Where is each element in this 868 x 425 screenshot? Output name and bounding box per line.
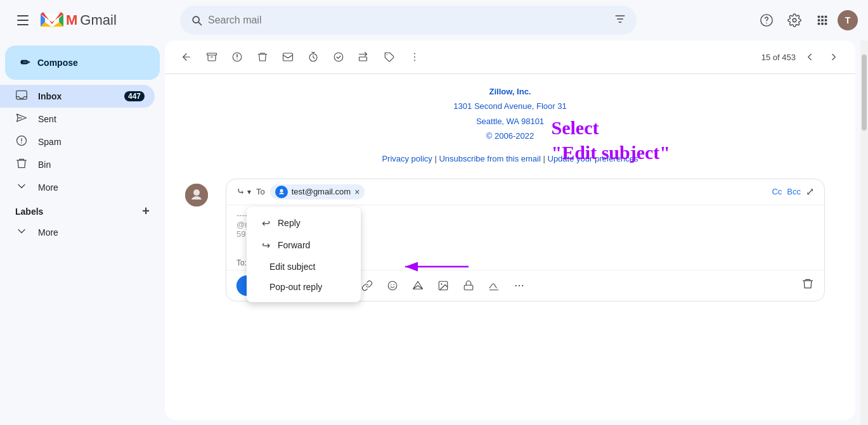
dropdown-edit-subject-item[interactable]: Edit subject xyxy=(247,257,361,277)
gmail-m-icon xyxy=(41,11,63,29)
topbar-right: T xyxy=(754,8,858,33)
apps-button[interactable] xyxy=(810,8,835,33)
dropdown-popout-item[interactable]: Pop-out reply xyxy=(247,277,361,297)
sent-icon xyxy=(15,111,28,127)
labels-title: Labels xyxy=(15,206,43,217)
email-navigation-arrows xyxy=(798,46,845,68)
avatar[interactable]: T xyxy=(838,10,858,30)
svg-rect-11 xyxy=(825,23,827,25)
delete-button[interactable] xyxy=(251,46,274,68)
recipient-avatar xyxy=(275,186,288,198)
report-button[interactable] xyxy=(226,46,249,68)
dropdown-reply-item[interactable]: ↩ Reply xyxy=(247,212,361,234)
sidebar-item-more-2[interactable]: More xyxy=(0,221,155,244)
more-chevron-icon xyxy=(15,180,28,196)
bin-label: Bin xyxy=(38,160,145,170)
mark-unread-button[interactable] xyxy=(276,46,299,68)
scrollbar-thumb[interactable] xyxy=(862,54,867,130)
sent-label: Sent xyxy=(38,114,145,124)
move-button[interactable] xyxy=(353,46,375,68)
signature-button[interactable] xyxy=(484,276,504,296)
hamburger-menu-button[interactable] xyxy=(10,8,36,33)
settings-button[interactable] xyxy=(782,8,807,33)
labels-add-button[interactable]: + xyxy=(142,204,150,219)
drive-insert-button[interactable] xyxy=(408,276,428,296)
unsubscribe-link[interactable]: Unsubscribe from this email xyxy=(439,154,540,163)
sender-avatar xyxy=(185,184,208,206)
gmail-text-label: Gmail xyxy=(80,12,116,29)
search-input[interactable] xyxy=(208,15,609,26)
search-bar xyxy=(180,6,637,35)
bcc-button[interactable]: Bcc xyxy=(787,187,801,196)
svg-point-36 xyxy=(519,284,520,286)
reply-icon: ↩ xyxy=(262,217,270,229)
recipient-chip: test@gmail.com × xyxy=(270,184,365,200)
svg-rect-8 xyxy=(825,19,827,22)
previous-email-button[interactable] xyxy=(798,46,821,68)
search-filter-icon[interactable] xyxy=(614,13,626,28)
email-count: 15 of 453 xyxy=(761,53,796,62)
more-options-button[interactable] xyxy=(403,46,426,68)
bin-icon xyxy=(15,157,28,173)
svg-rect-5 xyxy=(825,16,827,18)
add-task-button[interactable] xyxy=(327,46,350,68)
labels-button[interactable] xyxy=(378,46,401,68)
more-1-label: More xyxy=(38,182,145,193)
recipient-email: test@gmail.com xyxy=(292,187,351,196)
svg-point-18 xyxy=(334,53,343,61)
more-format-options-button[interactable] xyxy=(509,276,529,296)
archive-button[interactable] xyxy=(200,46,223,68)
scrollbar[interactable] xyxy=(860,41,868,425)
hamburger-line xyxy=(17,20,29,21)
sidebar-item-spam[interactable]: Spam xyxy=(0,130,155,153)
update-preferences-link[interactable]: Update your preferences xyxy=(548,154,638,163)
cc-button[interactable]: Cc xyxy=(772,187,782,196)
recipient-remove-button[interactable]: × xyxy=(354,187,360,197)
svg-rect-19 xyxy=(360,57,367,61)
edit-subject-label: Edit subject xyxy=(269,262,315,272)
hamburger-line xyxy=(17,24,29,25)
insert-emoji-button[interactable] xyxy=(382,276,403,296)
dropdown-forward-item[interactable]: ↪ Forward xyxy=(247,234,361,257)
confidential-button[interactable] xyxy=(458,276,479,296)
compose-pencil-icon: ✏ xyxy=(20,56,30,70)
compose-button[interactable]: ✏ Compose xyxy=(5,46,160,80)
search-icon xyxy=(190,14,203,27)
svg-point-20 xyxy=(387,54,388,56)
company-info: Zillow, Inc. 1301 Second Avenue, Floor 3… xyxy=(185,84,835,144)
reply-section: ↩ Reply ↪ Forward Edit subject xyxy=(185,179,835,312)
sidebar-item-sent[interactable]: Sent xyxy=(0,108,155,130)
expand-compose-button[interactable]: ⤢ xyxy=(806,186,814,198)
reply-arrows-icon: ⤷ xyxy=(236,186,245,198)
email-body: Zillow, Inc. 1301 Second Avenue, Floor 3… xyxy=(165,74,855,420)
next-email-button[interactable] xyxy=(822,46,845,68)
gmail-logo: M Gmail xyxy=(41,11,117,29)
more-2-label: More xyxy=(38,227,145,238)
labels-header: Labels + xyxy=(0,199,165,221)
svg-point-2 xyxy=(766,23,767,23)
reply-type-button[interactable]: ⤷ ▾ xyxy=(236,186,251,198)
to-label: To xyxy=(256,187,265,196)
discard-draft-button[interactable] xyxy=(801,277,814,293)
sidebar-item-more-1[interactable]: More xyxy=(0,176,155,199)
company-address-1: 1301 Second Avenue, Floor 31 xyxy=(185,99,835,113)
cc-bcc-buttons: Cc Bcc xyxy=(772,187,801,196)
help-button[interactable] xyxy=(754,8,779,33)
insert-photo-button[interactable] xyxy=(433,276,453,296)
back-button[interactable] xyxy=(175,46,198,68)
dropdown-caret-icon: ▾ xyxy=(247,187,251,196)
email-toolbar: 15 of 453 xyxy=(165,41,855,74)
sidebar-item-bin[interactable]: Bin xyxy=(0,153,155,176)
svg-rect-34 xyxy=(464,285,473,290)
main-layout: ✏ Compose Inbox 447 Sent Spam xyxy=(0,41,868,425)
snooze-button[interactable] xyxy=(302,46,325,68)
inbox-badge: 447 xyxy=(124,91,145,101)
svg-rect-9 xyxy=(818,23,820,25)
svg-point-29 xyxy=(388,281,397,290)
sidebar-item-inbox[interactable]: Inbox 447 xyxy=(0,85,155,108)
svg-point-30 xyxy=(391,284,392,285)
privacy-policy-link[interactable]: Privacy policy xyxy=(382,154,432,163)
svg-point-33 xyxy=(441,283,442,284)
svg-rect-16 xyxy=(283,53,293,61)
sidebar: ✏ Compose Inbox 447 Sent Spam xyxy=(0,41,165,425)
